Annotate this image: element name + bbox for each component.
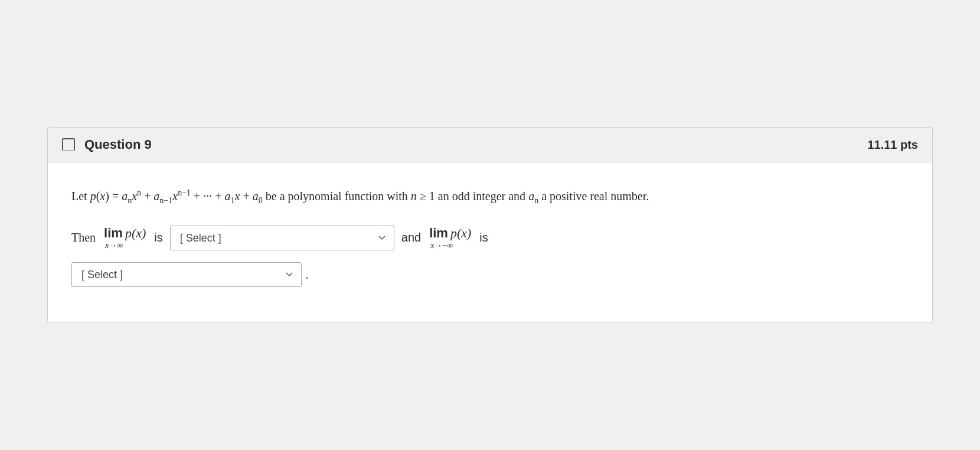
period: . xyxy=(305,267,309,282)
question-card: Question 9 11.11 pts Let p(x) = anxn + a… xyxy=(47,127,933,323)
lim-func-2: p(x) xyxy=(450,226,471,241)
lim-func-1: p(x) xyxy=(125,226,146,241)
bookmark-icon[interactable] xyxy=(62,138,75,151)
lim-sub-1: x→∞ xyxy=(104,241,123,250)
select-dropdown-1[interactable]: [ Select ] +∞ -∞ 0 1 -1 xyxy=(170,226,394,250)
lim-sub-2: x→−∞ xyxy=(429,241,453,250)
header-left: Question 9 xyxy=(62,137,152,152)
question-title: Question 9 xyxy=(84,137,152,152)
question-header: Question 9 11.11 pts xyxy=(48,128,932,162)
question-points: 11.11 pts xyxy=(867,138,918,152)
question-body: Let p(x) = anxn + an−1xn−1 + ··· + a1x +… xyxy=(48,162,932,322)
is-text-2: is xyxy=(479,231,488,244)
second-answer-row: [ Select ] +∞ -∞ 0 1 -1 . xyxy=(71,262,909,287)
and-label: and xyxy=(401,231,421,244)
is-text-1: is xyxy=(154,231,162,244)
then-label: Then xyxy=(71,231,96,244)
lim-label-1: lim xyxy=(104,226,123,241)
first-answer-row: Then lim p(x) x→∞ is [ Select ] +∞ -∞ 0 … xyxy=(71,226,909,250)
problem-statement: Let p(x) = anxn + an−1xn−1 + ··· + a1x +… xyxy=(71,186,909,208)
lim-label-2: lim xyxy=(429,226,448,241)
select-dropdown-2[interactable]: [ Select ] +∞ -∞ 0 1 -1 xyxy=(71,262,302,287)
